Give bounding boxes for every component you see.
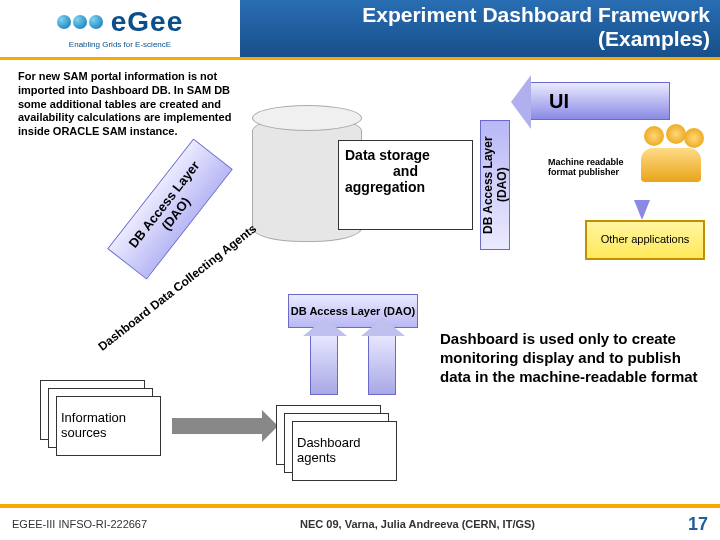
users-icon (636, 122, 706, 192)
info-sources-label: Information sources (61, 411, 160, 441)
machine-readable-label: Machine readable format publisher (548, 158, 628, 178)
explanation-text: Dashboard is used only to create monitor… (440, 330, 710, 386)
dao-vertical-box: DB Access Layer (DAO) (480, 120, 510, 250)
up-arrows-icon (310, 335, 396, 395)
page-number: 17 (688, 514, 708, 535)
diagram-area: For new SAM portal information is not im… (0, 60, 720, 490)
data-storage-line2: and (345, 163, 466, 179)
logo-icon (57, 15, 103, 29)
footer-center: NEC 09, Varna, Julia Andreeva (CERN, IT/… (300, 518, 535, 530)
title-line2: (Examples) (598, 27, 710, 50)
arrow-to-other-apps-icon (634, 200, 650, 220)
other-applications-box: Other applications (585, 220, 705, 260)
title-line1: Experiment Dashboard Framework (362, 3, 710, 26)
logo-area: eGee Enabling Grids for E-sciencE (0, 0, 240, 57)
slide-footer: EGEE-III INFSO-RI-222667 NEC 09, Varna, … (0, 504, 720, 540)
data-storage-box: Data storage and aggregation (338, 140, 473, 230)
tagline: Enabling Grids for E-sciencE (69, 40, 171, 49)
slide-header: eGee Enabling Grids for E-sciencE Experi… (0, 0, 720, 60)
title-area: Experiment Dashboard Framework (Examples… (240, 0, 720, 57)
dash-agents-label: Dashboard agents (297, 436, 396, 466)
ui-block-arrow: UI (530, 82, 670, 120)
logo-text: eGee (111, 6, 184, 38)
sam-description: For new SAM portal information is not im… (18, 70, 243, 139)
ui-label: UI (549, 90, 569, 113)
arrow-right-icon (172, 418, 262, 434)
data-storage-line3: aggregation (345, 179, 425, 195)
data-storage-line1: Data storage (345, 147, 430, 163)
footer-left: EGEE-III INFSO-RI-222667 (12, 518, 147, 530)
